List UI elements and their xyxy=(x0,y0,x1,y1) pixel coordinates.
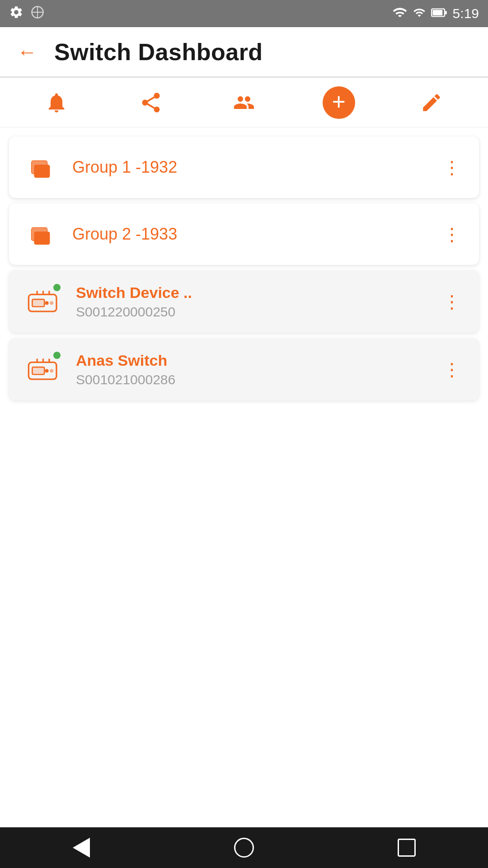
svg-point-14 xyxy=(50,301,53,305)
status-time: 5:19 xyxy=(453,6,479,21)
back-button[interactable]: ← xyxy=(14,38,41,66)
group1-more-button[interactable]: ⋮ xyxy=(438,152,465,182)
svg-point-13 xyxy=(45,301,48,305)
device1-more-button[interactable]: ⋮ xyxy=(438,287,465,316)
bell-icon xyxy=(45,91,68,114)
wifi-icon xyxy=(392,6,408,21)
page-title: Switch Dashboard xyxy=(54,38,263,66)
battery-icon xyxy=(431,7,447,20)
group2-label: Group 2 -1933 xyxy=(72,225,438,244)
brightness-icon xyxy=(31,5,44,22)
edit-button[interactable] xyxy=(413,85,450,121)
nav-recents-button[interactable] xyxy=(389,834,425,861)
device2-info: Anas Switch S001021000286 xyxy=(76,352,438,387)
nav-home-circle-icon xyxy=(234,838,254,858)
nav-back-button[interactable] xyxy=(63,834,99,861)
group2-card[interactable]: Group 2 -1933 ⋮ xyxy=(9,203,479,265)
device1-icon-wrapper xyxy=(23,281,63,322)
group2-icon xyxy=(25,218,56,250)
svg-rect-8 xyxy=(32,227,47,241)
signal-icon xyxy=(413,6,426,21)
device1-card[interactable]: Switch Device .. S001220000250 ⋮ xyxy=(9,270,479,333)
device2-icon-wrapper xyxy=(23,349,63,390)
settings-icon xyxy=(9,5,23,23)
svg-rect-11 xyxy=(32,299,44,307)
notifications-button[interactable] xyxy=(38,85,75,121)
nav-home-button[interactable] xyxy=(226,834,262,861)
device2-name: Anas Switch xyxy=(76,352,438,369)
svg-point-21 xyxy=(45,369,48,373)
device1-serial: S001220000250 xyxy=(76,304,438,320)
header: ← Switch Dashboard xyxy=(0,27,488,77)
device1-name: Switch Device .. xyxy=(76,284,438,302)
group1-icon-wrapper xyxy=(23,149,59,185)
share-icon xyxy=(139,91,163,114)
group2-more-button[interactable]: ⋮ xyxy=(438,219,465,249)
svg-point-22 xyxy=(50,369,53,373)
toolbar: + xyxy=(0,78,488,127)
nav-recents-square-icon xyxy=(398,839,416,857)
svg-rect-19 xyxy=(32,367,44,374)
svg-rect-3 xyxy=(445,11,447,14)
device2-card[interactable]: Anas Switch S001021000286 ⋮ xyxy=(9,338,479,401)
share-button[interactable] xyxy=(133,85,169,121)
status-bar: 5:19 xyxy=(0,0,488,27)
device2-serial: S001021000286 xyxy=(76,372,438,387)
edit-icon xyxy=(420,91,443,114)
status-bar-right: 5:19 xyxy=(392,6,479,21)
device2-online-indicator xyxy=(52,351,61,360)
list-container: Group 1 -1932 ⋮ Group 2 -1933 ⋮ xyxy=(0,127,488,410)
group1-card[interactable]: Group 1 -1932 ⋮ xyxy=(9,137,479,198)
people-icon xyxy=(233,91,258,114)
device2-more-button[interactable]: ⋮ xyxy=(438,354,465,384)
device1-online-indicator xyxy=(52,283,61,292)
back-arrow-icon: ← xyxy=(17,42,37,62)
svg-rect-5 xyxy=(32,160,47,174)
group2-icon-wrapper xyxy=(23,216,59,252)
group1-label: Group 1 -1932 xyxy=(72,158,438,177)
contacts-button[interactable] xyxy=(228,85,264,121)
nav-back-triangle-icon xyxy=(73,838,90,858)
device1-info: Switch Device .. S001220000250 xyxy=(76,284,438,320)
bottom-nav-bar xyxy=(0,827,488,868)
add-button[interactable]: + xyxy=(323,86,355,119)
plus-icon: + xyxy=(332,90,345,113)
svg-rect-2 xyxy=(432,10,442,15)
group1-icon xyxy=(25,151,56,183)
status-bar-left xyxy=(9,5,44,23)
